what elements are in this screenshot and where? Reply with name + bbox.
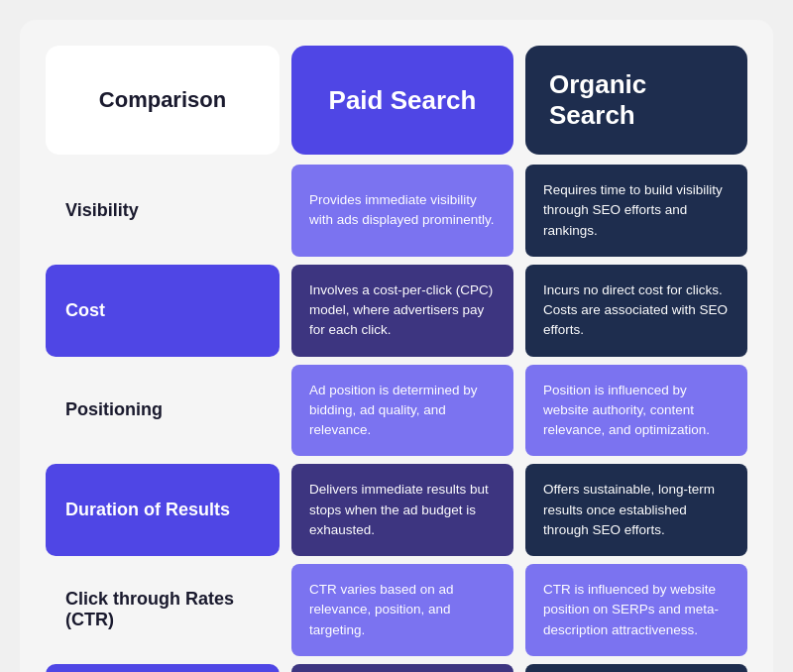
header-paid: Paid Search [291, 46, 513, 155]
text-org-cost: Incurs no direct cost for clicks. Costs … [543, 280, 730, 341]
cell-paid-cost: Involves a cost-per-click (CPC) model, w… [291, 265, 513, 357]
row-label-positioning: Positioning [46, 365, 280, 457]
row-label-duration: Duration of Results [46, 464, 280, 556]
row-label-ctr: Click through Rates (CTR) [46, 564, 280, 656]
row-label-visibility: Visibility [46, 165, 280, 257]
text-paid-visibility: Provides immediate visibility with ads d… [309, 190, 496, 231]
text-paid-duration: Delivers immediate results but stops whe… [309, 480, 496, 540]
header-paid-label: Paid Search [329, 85, 477, 116]
header-organic-label: Organic Search [549, 69, 724, 131]
label-duration: Duration of Results [65, 500, 230, 520]
header-organic: Organic Search [525, 46, 747, 155]
text-org-positioning: Position is influenced by website author… [543, 381, 730, 441]
cell-org-cost: Incurs no direct cost for clicks. Costs … [525, 265, 747, 357]
text-paid-ctr: CTR varies based on ad relevance, positi… [309, 580, 496, 640]
header-comparison: Comparison [46, 46, 280, 155]
label-visibility: Visibility [65, 200, 139, 221]
header-comparison-label: Comparison [99, 87, 226, 113]
row-label-authority: Authority and Trust [46, 664, 280, 672]
cell-paid-visibility: Provides immediate visibility with ads d… [291, 165, 513, 257]
label-positioning: Positioning [65, 399, 163, 420]
cell-paid-positioning: Ad position is determined by bidding, ad… [291, 365, 513, 457]
cell-org-positioning: Position is influenced by website author… [525, 365, 747, 457]
cell-paid-ctr: CTR varies based on ad relevance, positi… [291, 564, 513, 656]
label-ctr: Click through Rates (CTR) [65, 589, 260, 630]
text-paid-positioning: Ad position is determined by bidding, ad… [309, 381, 496, 441]
text-org-duration: Offers sustainable, long-term results on… [543, 480, 730, 540]
text-org-visibility: Requires time to build visibility throug… [543, 180, 730, 241]
cell-org-ctr: CTR is influenced by website position on… [525, 564, 747, 656]
text-paid-cost: Involves a cost-per-click (CPC) model, w… [309, 280, 496, 341]
cell-paid-duration: Delivers immediate results but stops whe… [291, 464, 513, 556]
cell-paid-authority: Some users may perceive ads as less trus… [291, 664, 513, 672]
cell-org-visibility: Requires time to build visibility throug… [525, 165, 747, 257]
cell-org-authority: High organic rankings contribute to perc… [525, 664, 747, 672]
label-cost: Cost [65, 300, 105, 321]
cell-org-duration: Offers sustainable, long-term results on… [525, 464, 747, 556]
text-org-ctr: CTR is influenced by website position on… [543, 580, 730, 640]
row-label-cost: Cost [46, 265, 280, 357]
comparison-table: Comparison Paid Search Organic Search Vi… [20, 20, 773, 672]
